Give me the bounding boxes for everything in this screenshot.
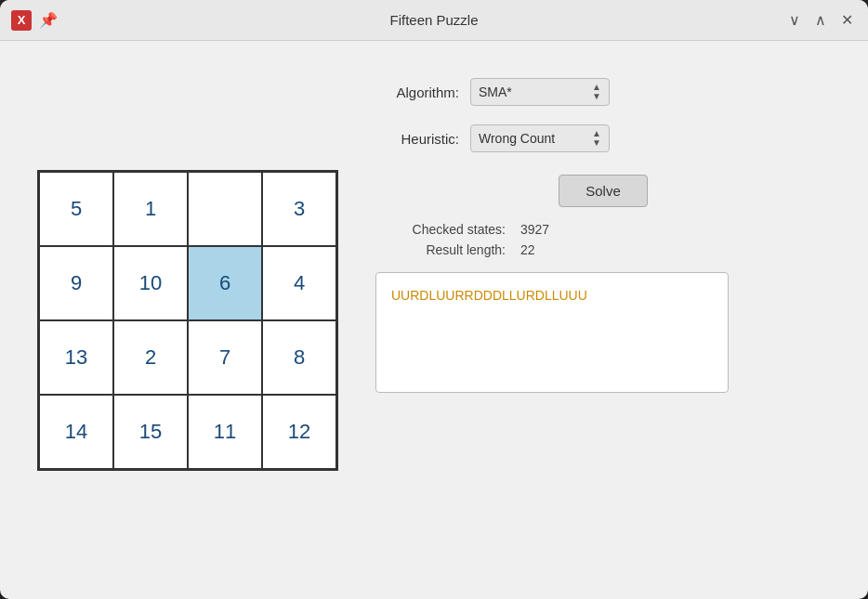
controls-area: Algorithm: SMA* ▲ ▼ Heuristic: Wrong Cou… bbox=[375, 69, 831, 571]
result-length-label: Result length: bbox=[375, 242, 506, 257]
algorithm-spinner: ▲ ▼ bbox=[592, 83, 601, 101]
algorithm-label: Algorithm: bbox=[375, 85, 459, 100]
result-box: UURDLUURRDDDLLURDLLUUU bbox=[375, 272, 729, 393]
heuristic-select[interactable]: Wrong Count ▲ ▼ bbox=[470, 124, 610, 152]
heuristic-value: Wrong Count bbox=[479, 131, 555, 146]
titlebar-controls: ∨ ∧ ✕ bbox=[785, 9, 857, 31]
heuristic-label: Heuristic: bbox=[375, 131, 459, 147]
maximize-button[interactable]: ∧ bbox=[811, 9, 830, 31]
puzzle-cell-2[interactable] bbox=[188, 172, 262, 246]
puzzle-cell-12[interactable]: 14 bbox=[39, 395, 113, 469]
algorithm-select[interactable]: SMA* ▲ ▼ bbox=[470, 78, 610, 106]
puzzle-cell-0[interactable]: 5 bbox=[39, 172, 113, 246]
titlebar: X 📌 Fifteen Puzzle ∨ ∧ ✕ bbox=[0, 0, 868, 41]
close-button[interactable]: ✕ bbox=[837, 9, 857, 31]
puzzle-cell-6[interactable]: 6 bbox=[188, 246, 262, 320]
puzzle-cell-1[interactable]: 1 bbox=[113, 172, 188, 246]
puzzle-cell-10[interactable]: 7 bbox=[188, 320, 262, 395]
puzzle-cell-8[interactable]: 13 bbox=[39, 320, 113, 395]
solve-button[interactable]: Solve bbox=[559, 175, 648, 207]
heuristic-row: Heuristic: Wrong Count ▲ ▼ bbox=[375, 124, 831, 152]
result-length-row: Result length: 22 bbox=[375, 242, 831, 257]
puzzle-cell-15[interactable]: 12 bbox=[262, 395, 336, 469]
puzzle-cell-7[interactable]: 4 bbox=[262, 246, 336, 320]
algorithm-value: SMA* bbox=[479, 85, 512, 99]
puzzle-cell-3[interactable]: 3 bbox=[262, 172, 336, 246]
heuristic-spinner: ▲ ▼ bbox=[592, 129, 601, 148]
result-length-value: 22 bbox=[520, 242, 535, 257]
algorithm-row: Algorithm: SMA* ▲ ▼ bbox=[375, 78, 831, 106]
puzzle-cell-4[interactable]: 9 bbox=[39, 246, 113, 320]
puzzle-cell-9[interactable]: 2 bbox=[113, 320, 188, 395]
pin-icon[interactable]: 📌 bbox=[39, 11, 58, 29]
puzzle-cell-11[interactable]: 8 bbox=[262, 320, 336, 395]
checked-states-value: 3927 bbox=[520, 222, 549, 237]
checked-states-label: Checked states: bbox=[375, 222, 506, 237]
content-area: 513910641327814151112 Algorithm: SMA* ▲ … bbox=[0, 41, 868, 599]
stats-group: Checked states: 3927 Result length: 22 bbox=[375, 222, 831, 257]
puzzle-area: 513910641327814151112 bbox=[37, 69, 338, 571]
puzzle-cell-13[interactable]: 15 bbox=[113, 395, 188, 469]
app-icon: X bbox=[11, 10, 32, 31]
minimize-button[interactable]: ∨ bbox=[785, 9, 804, 31]
main-window: X 📌 Fifteen Puzzle ∨ ∧ ✕ 513910641327814… bbox=[0, 0, 868, 599]
puzzle-grid: 513910641327814151112 bbox=[37, 170, 338, 471]
puzzle-cell-14[interactable]: 11 bbox=[188, 395, 262, 469]
checked-states-row: Checked states: 3927 bbox=[375, 222, 831, 237]
titlebar-left: X 📌 bbox=[11, 10, 58, 31]
puzzle-cell-5[interactable]: 10 bbox=[113, 246, 188, 320]
window-title: Fifteen Puzzle bbox=[389, 12, 478, 28]
